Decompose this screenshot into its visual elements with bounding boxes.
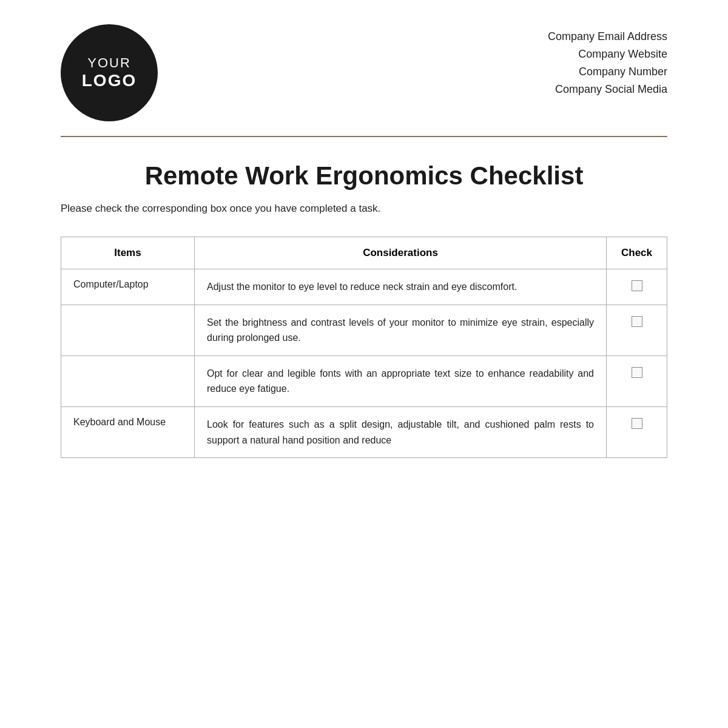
check-cell [607,356,667,406]
check-cell [607,305,667,356]
item-cell: Keyboard and Mouse [61,406,195,457]
page-title: Remote Work Ergonomics Checklist [61,161,667,190]
page-subtitle: Please check the corresponding box once … [61,203,667,215]
check-cell [607,406,667,457]
header: YOUR LOGO Company Email Address Company … [61,24,667,137]
item-cell [61,305,195,356]
table-row: Computer/Laptop Adjust the monitor to ey… [61,269,667,305]
page: YOUR LOGO Company Email Address Company … [0,0,728,728]
checkbox[interactable] [632,418,642,429]
consideration-cell: Adjust the monitor to eye level to reduc… [195,269,607,305]
checklist-table: Items Considerations Check Computer/Lapt… [61,237,667,458]
company-info: Company Email Address Company Website Co… [548,24,667,96]
company-social: Company Social Media [555,83,667,96]
checkbox[interactable] [632,367,642,378]
consideration-text: Set the brightness and contrast levels o… [207,317,594,343]
check-cell [607,269,667,305]
item-cell [61,356,195,406]
table-row: Set the brightness and contrast levels o… [61,305,667,356]
logo: YOUR LOGO [61,24,158,121]
table-header-row: Items Considerations Check [61,237,667,269]
company-website: Company Website [578,48,667,61]
header-items: Items [61,237,195,269]
main-content: Remote Work Ergonomics Checklist Please … [61,161,667,458]
header-considerations: Considerations [195,237,607,269]
company-number: Company Number [579,66,667,78]
checkbox[interactable] [632,316,642,327]
table-row: Opt for clear and legible fonts with an … [61,356,667,406]
logo-line2: LOGO [82,71,136,90]
consideration-cell: Look for features such as a split design… [195,406,607,457]
consideration-cell: Set the brightness and contrast levels o… [195,305,607,356]
consideration-text: Look for features such as a split design… [207,419,594,445]
consideration-text: Opt for clear and legible fonts with an … [207,368,594,394]
table-row: Keyboard and Mouse Look for features suc… [61,406,667,457]
consideration-text: Adjust the monitor to eye level to reduc… [207,281,517,292]
checkbox[interactable] [632,280,642,291]
header-check: Check [607,237,667,269]
logo-line1: YOUR [87,55,131,71]
item-cell: Computer/Laptop [61,269,195,305]
consideration-cell: Opt for clear and legible fonts with an … [195,356,607,406]
company-email: Company Email Address [548,30,667,43]
